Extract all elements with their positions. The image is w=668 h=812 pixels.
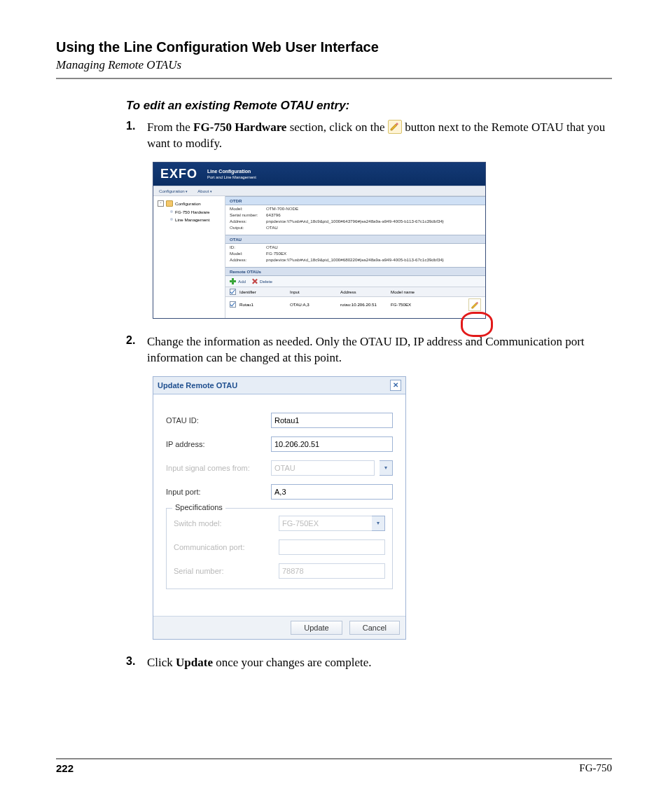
panel-heading-remote-otaus: Remote OTAUs [225, 267, 485, 276]
cell-address: rotau:10.206.20.51 [340, 298, 391, 311]
node-icon [170, 218, 173, 221]
cell-model: FG-750EX [391, 298, 437, 311]
otau-id-input[interactable] [271, 413, 393, 428]
checkbox[interactable] [230, 301, 236, 308]
cell-input: OTAU:A,3 [290, 298, 340, 311]
step-body: From the FG-750 Hardware section, click … [147, 120, 612, 152]
label-input-port: Input port: [166, 488, 271, 496]
comm-port-input[interactable] [279, 539, 385, 555]
delete-button[interactable]: Delete [251, 278, 272, 284]
specifications-fieldset: Specifications Switch model: ▾ Communica… [166, 508, 393, 589]
fieldset-legend: Specifications [172, 503, 225, 511]
app-header: EXFO Line Configuration Port and Line Ma… [153, 163, 485, 186]
screenshot-line-configuration: EXFO Line Configuration Port and Line Ma… [153, 162, 612, 319]
text: once your changes are complete. [213, 656, 372, 669]
label: Model: [230, 251, 266, 256]
step-1: 1. From the FG-750 Hardware section, cli… [56, 120, 612, 152]
value: pnpdevice:\\?\usb#vid_18c9&pid_1000#6437… [266, 219, 481, 223]
step-number: 3. [126, 655, 147, 671]
menu-bar[interactable]: Configuration About [153, 186, 485, 196]
dialog-titlebar: Update Remote OTAU ✕ [153, 377, 405, 394]
nav-fg750-hardware[interactable]: FG-750 Hardware [153, 208, 225, 216]
nav-label: FG-750 Hardware [175, 209, 210, 214]
step-number: 1. [126, 120, 147, 152]
manual-page: Using the Line Configuration Web User In… [0, 0, 668, 812]
edit-button[interactable] [468, 298, 481, 311]
value: pnpdevice:\\?\usb#vid_18c9&pid_1000#6802… [266, 257, 481, 262]
close-button[interactable]: ✕ [390, 380, 401, 391]
text: section, click on the [286, 121, 387, 134]
label: Output: [230, 225, 266, 230]
text: Click [147, 656, 176, 669]
plus-icon [230, 278, 236, 284]
cancel-button[interactable]: Cancel [349, 621, 400, 635]
col-identifier[interactable]: Identifier [239, 289, 290, 295]
ip-address-input[interactable] [271, 436, 393, 452]
chapter-title: Using the Line Configuration Web User In… [56, 39, 612, 55]
switch-model-select [279, 516, 382, 531]
add-button[interactable]: Add [230, 278, 246, 284]
remote-otaus-toolbar: Add Delete [225, 276, 485, 287]
label-serial-number: Serial number: [174, 567, 279, 575]
panel-heading-otau: OTAU [225, 235, 485, 244]
menu-configuration[interactable]: Configuration [159, 188, 188, 193]
value: 643796 [266, 212, 481, 217]
pencil-icon [388, 120, 402, 134]
label-switch-model: Switch model: [174, 519, 279, 528]
table-row[interactable]: Rotau1 OTAU:A,3 rotau:10.206.20.51 FG-75… [225, 297, 485, 318]
label: Model: [230, 206, 266, 211]
nav-root[interactable]: -Configuration [153, 199, 225, 208]
app-title: Line Configuration [207, 169, 256, 174]
exfo-logo: EXFO [160, 167, 197, 181]
page-number: 222 [56, 762, 74, 774]
col-address[interactable]: Address [340, 289, 391, 295]
nav-label: Configuration [175, 201, 201, 206]
label-comm-port: Communication port: [174, 543, 279, 551]
screenshot-update-dialog: Update Remote OTAU ✕ OTAU ID: IP address… [153, 376, 612, 640]
step-body: Click Update once your changes are compl… [147, 655, 612, 671]
step-2: 2. Change the information as needed. Onl… [56, 334, 612, 366]
button-label: Delete [260, 279, 272, 284]
folder-icon [166, 200, 173, 207]
grid-header: Identifier Input Address Model name [225, 287, 485, 297]
checkbox[interactable] [230, 289, 236, 295]
step-3: 3. Click Update once your changes are co… [56, 655, 612, 671]
bold-text: FG-750 Hardware [193, 121, 286, 134]
value: OTAU [266, 225, 481, 230]
label: ID: [230, 245, 266, 249]
label: Address: [230, 257, 266, 262]
col-input[interactable]: Input [290, 289, 340, 295]
update-button[interactable]: Update [291, 621, 342, 635]
nav-tree[interactable]: -Configuration FG-750 Hardware Line Mana… [153, 196, 225, 318]
value: OTAU [266, 245, 481, 249]
label-input-signal: Input signal comes from: [166, 464, 271, 472]
nav-line-management[interactable]: Line Management [153, 216, 225, 223]
bold-text: Update [176, 656, 213, 669]
product-name: FG-750 [579, 762, 612, 774]
serial-number-input [279, 563, 385, 579]
sub-heading: To edit an existing Remote OTAU entry: [56, 99, 612, 113]
x-icon [251, 278, 258, 284]
dialog-footer: Update Cancel [153, 616, 405, 639]
dialog-title: Update Remote OTAU [158, 381, 237, 390]
close-icon: ✕ [393, 381, 398, 389]
node-icon [170, 210, 173, 213]
chevron-down-icon[interactable]: ▾ [372, 516, 385, 531]
col-model-name[interactable]: Model name [391, 289, 437, 295]
pencil-icon [471, 301, 479, 309]
section-title: Managing Remote OTAUs [56, 58, 612, 72]
main-panel: OTDR Model:OTM-700-NODE Serial number:64… [225, 196, 485, 318]
text: From the [147, 121, 193, 134]
step-body: Change the information as needed. Only t… [147, 334, 612, 366]
label: Serial number: [230, 212, 266, 217]
button-label: Add [238, 279, 246, 284]
app-subtitle: Port and Line Management [207, 175, 256, 179]
panel-heading-otdr: OTDR [225, 196, 485, 205]
menu-about[interactable]: About [197, 188, 212, 193]
minus-icon: - [158, 200, 164, 207]
chevron-down-icon[interactable]: ▾ [380, 460, 393, 476]
input-port-input[interactable] [271, 484, 393, 500]
label: Address: [230, 219, 266, 223]
page-footer: 222 FG-750 [56, 758, 612, 774]
label-ip-address: IP address: [166, 440, 271, 448]
